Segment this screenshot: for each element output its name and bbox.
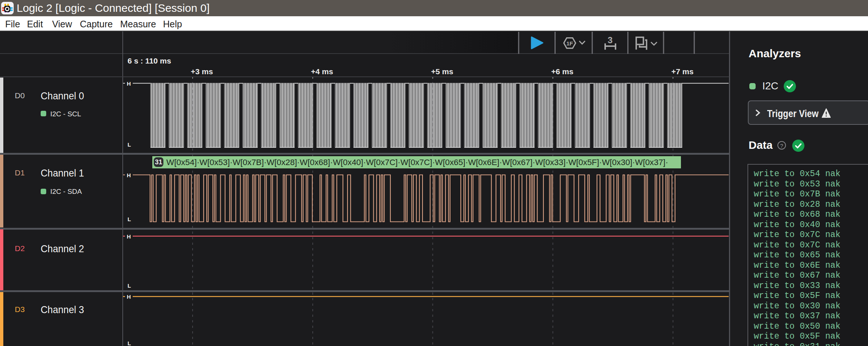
svg-text:3: 3 — [608, 35, 613, 45]
svg-text:1F: 1F — [566, 40, 573, 47]
svg-text:?: ? — [780, 143, 783, 149]
